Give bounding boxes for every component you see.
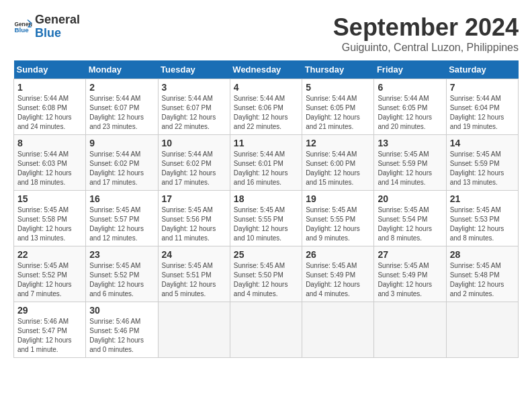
day-number: 28 <box>450 249 515 260</box>
day-info: Sunrise: 5:45 AM Sunset: 5:59 PM Dayligh… <box>378 150 442 187</box>
day-info: Sunrise: 5:46 AM Sunset: 5:46 PM Dayligh… <box>89 317 154 355</box>
calendar-cell: 3Sunrise: 5:44 AM Sunset: 6:07 PM Daylig… <box>158 79 230 135</box>
calendar-cell: 12Sunrise: 5:44 AM Sunset: 6:00 PM Dayli… <box>302 135 374 191</box>
day-info: Sunrise: 5:44 AM Sunset: 6:05 PM Dayligh… <box>378 94 442 132</box>
calendar-cell: 30Sunrise: 5:46 AM Sunset: 5:46 PM Dayli… <box>86 302 158 358</box>
calendar-cell: 25Sunrise: 5:45 AM Sunset: 5:50 PM Dayli… <box>230 246 302 302</box>
day-number: 25 <box>234 249 298 260</box>
day-number: 8 <box>17 138 82 148</box>
day-info: Sunrise: 5:44 AM Sunset: 6:03 PM Dayligh… <box>17 150 82 187</box>
calendar-cell <box>230 302 302 358</box>
day-info: Sunrise: 5:45 AM Sunset: 5:53 PM Dayligh… <box>450 205 515 243</box>
calendar-week-3: 15Sunrise: 5:45 AM Sunset: 5:58 PM Dayli… <box>14 191 519 246</box>
calendar-cell: 24Sunrise: 5:45 AM Sunset: 5:51 PM Dayli… <box>158 246 230 302</box>
calendar-cell: 26Sunrise: 5:45 AM Sunset: 5:49 PM Dayli… <box>302 246 374 302</box>
day-number: 7 <box>450 82 515 93</box>
svg-text:Blue: Blue <box>14 26 29 34</box>
col-friday: Friday <box>374 60 446 79</box>
day-info: Sunrise: 5:44 AM Sunset: 6:02 PM Dayligh… <box>162 150 226 187</box>
day-number: 5 <box>306 82 370 93</box>
day-number: 18 <box>234 193 298 204</box>
day-info: Sunrise: 5:45 AM Sunset: 5:55 PM Dayligh… <box>234 205 298 243</box>
day-info: Sunrise: 5:46 AM Sunset: 5:47 PM Dayligh… <box>17 317 82 355</box>
calendar-cell: 27Sunrise: 5:45 AM Sunset: 5:49 PM Dayli… <box>374 246 446 302</box>
calendar-cell: 18Sunrise: 5:45 AM Sunset: 5:55 PM Dayli… <box>230 191 302 246</box>
location-subtitle: Guiguinto, Central Luzon, Philippines <box>333 42 519 54</box>
logo-blue-text: Blue <box>35 26 61 40</box>
day-info: Sunrise: 5:45 AM Sunset: 5:50 PM Dayligh… <box>234 261 298 299</box>
calendar-cell: 28Sunrise: 5:45 AM Sunset: 5:48 PM Dayli… <box>446 246 518 302</box>
title-section: September 2024 Guiguinto, Central Luzon,… <box>333 13 519 54</box>
col-sunday: Sunday <box>14 60 86 79</box>
calendar-cell: 1Sunrise: 5:44 AM Sunset: 6:08 PM Daylig… <box>14 79 86 135</box>
calendar-cell: 5Sunrise: 5:44 AM Sunset: 6:05 PM Daylig… <box>302 79 374 135</box>
calendar-cell <box>158 302 230 358</box>
day-number: 29 <box>17 305 82 316</box>
day-number: 21 <box>450 193 515 204</box>
calendar-cell: 29Sunrise: 5:46 AM Sunset: 5:47 PM Dayli… <box>14 302 86 358</box>
day-number: 9 <box>89 138 154 148</box>
calendar-cell: 6Sunrise: 5:44 AM Sunset: 6:05 PM Daylig… <box>374 79 446 135</box>
day-info: Sunrise: 5:45 AM Sunset: 5:49 PM Dayligh… <box>306 261 370 299</box>
day-number: 12 <box>306 138 370 148</box>
day-info: Sunrise: 5:45 AM Sunset: 5:57 PM Dayligh… <box>89 205 154 243</box>
calendar-cell: 23Sunrise: 5:45 AM Sunset: 5:52 PM Dayli… <box>86 246 158 302</box>
calendar-week-4: 22Sunrise: 5:45 AM Sunset: 5:52 PM Dayli… <box>14 246 519 302</box>
calendar-cell: 14Sunrise: 5:45 AM Sunset: 5:59 PM Dayli… <box>446 135 518 191</box>
day-number: 24 <box>162 249 226 260</box>
day-info: Sunrise: 5:44 AM Sunset: 6:07 PM Dayligh… <box>89 94 154 132</box>
calendar-week-5: 29Sunrise: 5:46 AM Sunset: 5:47 PM Dayli… <box>14 302 519 358</box>
col-saturday: Saturday <box>446 60 518 79</box>
calendar-cell <box>302 302 374 358</box>
calendar-week-2: 8Sunrise: 5:44 AM Sunset: 6:03 PM Daylig… <box>14 135 519 191</box>
month-year-title: September 2024 <box>333 13 519 42</box>
day-info: Sunrise: 5:45 AM Sunset: 5:54 PM Dayligh… <box>378 205 442 243</box>
col-wednesday: Wednesday <box>230 60 302 79</box>
day-info: Sunrise: 5:44 AM Sunset: 6:06 PM Dayligh… <box>234 94 298 132</box>
col-thursday: Thursday <box>302 60 374 79</box>
logo-text: General Blue <box>35 13 80 40</box>
day-info: Sunrise: 5:44 AM Sunset: 6:07 PM Dayligh… <box>162 94 226 132</box>
day-number: 3 <box>162 82 226 93</box>
calendar-cell: 22Sunrise: 5:45 AM Sunset: 5:52 PM Dayli… <box>14 246 86 302</box>
col-tuesday: Tuesday <box>158 60 230 79</box>
calendar-table: Sunday Monday Tuesday Wednesday Thursday… <box>13 60 519 358</box>
day-number: 10 <box>162 138 226 148</box>
day-number: 14 <box>450 138 515 148</box>
day-info: Sunrise: 5:45 AM Sunset: 5:55 PM Dayligh… <box>306 205 370 243</box>
calendar-cell <box>446 302 518 358</box>
col-monday: Monday <box>86 60 158 79</box>
day-info: Sunrise: 5:45 AM Sunset: 5:59 PM Dayligh… <box>450 150 515 187</box>
day-number: 26 <box>306 249 370 260</box>
calendar-cell: 17Sunrise: 5:45 AM Sunset: 5:56 PM Dayli… <box>158 191 230 246</box>
header-row: Sunday Monday Tuesday Wednesday Thursday… <box>14 60 519 79</box>
calendar-cell: 2Sunrise: 5:44 AM Sunset: 6:07 PM Daylig… <box>86 79 158 135</box>
day-number: 15 <box>17 193 82 204</box>
page-header: General Blue General Blue September 2024… <box>13 13 519 54</box>
calendar-cell: 16Sunrise: 5:45 AM Sunset: 5:57 PM Dayli… <box>86 191 158 246</box>
day-info: Sunrise: 5:45 AM Sunset: 5:56 PM Dayligh… <box>162 205 226 243</box>
day-info: Sunrise: 5:44 AM Sunset: 6:08 PM Dayligh… <box>17 94 82 132</box>
day-number: 1 <box>17 82 82 93</box>
logo-icon: General Blue <box>13 17 32 36</box>
day-info: Sunrise: 5:45 AM Sunset: 5:48 PM Dayligh… <box>450 261 515 299</box>
calendar-cell: 10Sunrise: 5:44 AM Sunset: 6:02 PM Dayli… <box>158 135 230 191</box>
calendar-cell: 11Sunrise: 5:44 AM Sunset: 6:01 PM Dayli… <box>230 135 302 191</box>
day-number: 4 <box>234 82 298 93</box>
day-number: 19 <box>306 193 370 204</box>
day-number: 17 <box>162 193 226 204</box>
day-number: 20 <box>378 193 442 204</box>
day-number: 30 <box>89 305 154 316</box>
day-info: Sunrise: 5:45 AM Sunset: 5:51 PM Dayligh… <box>162 261 226 299</box>
day-number: 13 <box>378 138 442 148</box>
day-number: 2 <box>89 82 154 93</box>
calendar-week-1: 1Sunrise: 5:44 AM Sunset: 6:08 PM Daylig… <box>14 79 519 135</box>
day-number: 16 <box>89 193 154 204</box>
calendar-cell: 9Sunrise: 5:44 AM Sunset: 6:02 PM Daylig… <box>86 135 158 191</box>
day-info: Sunrise: 5:44 AM Sunset: 6:04 PM Dayligh… <box>450 94 515 132</box>
day-info: Sunrise: 5:44 AM Sunset: 6:01 PM Dayligh… <box>234 150 298 187</box>
day-number: 6 <box>378 82 442 93</box>
calendar-cell: 13Sunrise: 5:45 AM Sunset: 5:59 PM Dayli… <box>374 135 446 191</box>
calendar-cell: 7Sunrise: 5:44 AM Sunset: 6:04 PM Daylig… <box>446 79 518 135</box>
calendar-cell: 21Sunrise: 5:45 AM Sunset: 5:53 PM Dayli… <box>446 191 518 246</box>
